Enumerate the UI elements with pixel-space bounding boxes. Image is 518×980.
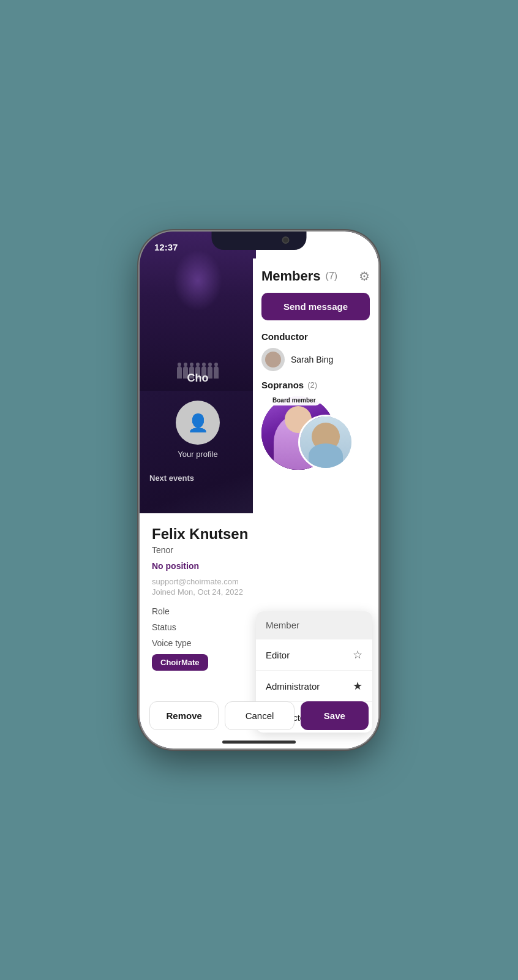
- man-image: [300, 417, 351, 468]
- soprano-card-2[interactable]: [298, 415, 353, 470]
- member-joined: Joined Mon, Oct 24, 2022: [152, 587, 366, 597]
- notch: [212, 232, 307, 250]
- star-outline-icon: ☆: [353, 648, 362, 662]
- status-label: Status: [152, 622, 176, 632]
- screen: 12:37 Cho 👤: [140, 232, 378, 748]
- profile-label: Your profile: [149, 450, 246, 459]
- remove-button[interactable]: Remove: [149, 701, 219, 730]
- star-filled-icon: ★: [353, 679, 362, 693]
- gear-icon[interactable]: ⚙: [359, 269, 370, 284]
- next-events-label[interactable]: Next events: [140, 469, 256, 488]
- camera: [282, 236, 290, 244]
- dropdown-item-editor[interactable]: Editor ☆: [256, 639, 372, 670]
- conductor-avatar: [261, 348, 285, 371]
- members-header: Members (7) ⚙: [261, 268, 370, 284]
- member-name: Felix Knutsen: [152, 526, 366, 543]
- conductor-section-label: Conductor: [261, 331, 370, 342]
- send-message-button[interactable]: Send message: [261, 293, 370, 320]
- save-button[interactable]: Save: [301, 701, 369, 730]
- soprano-cards: Board member: [261, 396, 370, 476]
- dropdown-current-value: Member: [256, 611, 372, 639]
- sopranos-count: (2): [307, 380, 317, 390]
- cancel-button[interactable]: Cancel: [225, 701, 294, 730]
- person-icon: 👤: [187, 413, 209, 433]
- conductor-name: Sarah Bing: [291, 355, 333, 364]
- administrator-label: Administrator: [266, 681, 320, 692]
- member-position: No position: [152, 561, 366, 571]
- conductor-avatar-face: [265, 352, 281, 368]
- choir-name-label: Cho: [187, 372, 209, 385]
- dropdown-item-administrator[interactable]: Administrator ★: [256, 670, 372, 701]
- sopranos-header: Sopranos (2): [261, 380, 370, 390]
- role-label: Role: [152, 606, 170, 616]
- status-time: 12:37: [154, 242, 178, 254]
- conductor-row[interactable]: Sarah Bing: [261, 348, 370, 371]
- profile-avatar: 👤: [176, 401, 220, 445]
- members-count: (7): [326, 271, 338, 282]
- voice-type-label: Voice type: [152, 638, 192, 648]
- profile-section[interactable]: 👤 Your profile: [140, 391, 256, 469]
- phone-frame: 12:37 Cho 👤: [140, 232, 378, 748]
- member-email: support@choirmate.com: [152, 577, 366, 586]
- choirmate-badge[interactable]: ChoirMate: [152, 654, 208, 671]
- members-title: Members: [261, 268, 321, 284]
- sopranos-label: Sopranos: [261, 380, 304, 390]
- smoke-effect: [173, 250, 222, 311]
- editor-label: Editor: [266, 650, 290, 660]
- home-indicator: [222, 741, 296, 744]
- action-buttons: Remove Cancel Save: [140, 701, 378, 730]
- member-voice: Tenor: [152, 545, 366, 555]
- board-member-badge: Board member: [268, 395, 321, 405]
